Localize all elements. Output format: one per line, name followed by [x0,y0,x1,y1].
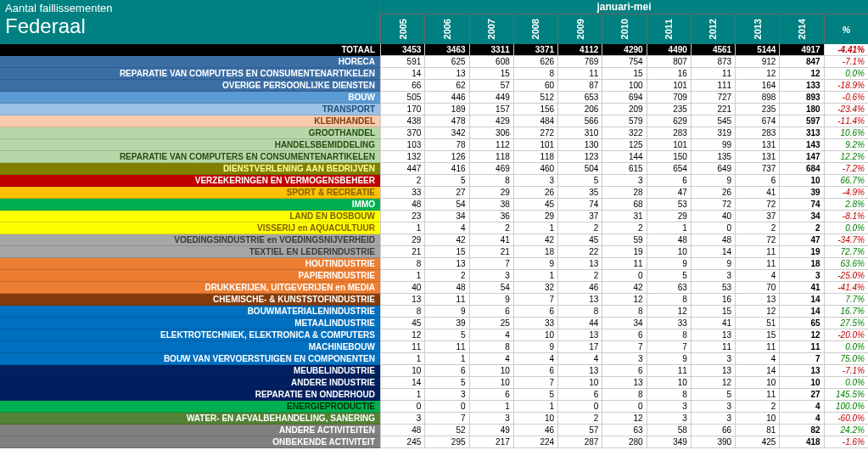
data-cell: 70 [735,282,779,294]
data-cell: 1 [513,401,557,413]
table-row: BOUW VAN VERVOERSTUIGEN EN COMPONENTEN11… [0,353,868,365]
year-header: 2008 [513,14,557,44]
year-header: 2009 [557,14,602,44]
data-cell: 13 [691,365,735,377]
row-cells: 81379131199111863.6% [380,258,868,270]
data-cell: 11 [735,258,779,270]
data-cell: 101 [647,80,691,92]
data-cell: 8 [602,389,646,401]
data-cell: 48 [380,199,424,211]
data-cell: 25 [469,318,513,329]
row-label: HANDELSBEMIDDELING [0,139,380,151]
data-cell: 4 [779,413,823,425]
pct-cell: 2.8% [824,199,868,211]
data-cell: 449 [469,92,513,104]
data-cell: 10 [513,413,557,425]
data-cell: 2 [469,222,513,234]
pct-cell: 0.0% [824,377,868,389]
data-cell: 1 [380,270,424,282]
data-cell: 4917 [779,44,823,56]
row-label: ELEKTROTECHNIEK, ELEKTRONICA & COMPUTERS [0,329,380,341]
pct-cell: 27.5% [824,318,868,329]
data-cell: 847 [779,56,823,68]
year-header: 2012 [691,14,735,44]
table-row: ANDERE INDUSTRIE1451071013101210100.0% [0,377,868,389]
data-cell: 46 [513,425,557,436]
data-cell: 4290 [602,44,646,56]
data-cell: 48 [380,425,424,436]
pct-cell: -23.4% [824,104,868,115]
data-cell: 446 [424,92,468,104]
table-row: WATER- EN AFVALBEHANDELING, SANERING3731… [0,413,868,425]
data-cell: 2 [424,270,468,282]
data-cell: 287 [557,436,602,448]
data-cell: 566 [557,115,602,127]
data-cell: 41 [779,282,823,294]
data-cell: 66 [380,80,424,92]
data-cell: 87 [557,80,602,92]
data-cell: 33 [513,318,557,329]
data-cell: 737 [735,163,779,175]
data-cell: 8 [647,329,691,341]
data-cell: 0 [557,401,602,413]
data-cell: 14 [779,294,823,306]
data-cell: 37 [735,211,779,222]
data-cell: 26 [691,187,735,199]
data-cell: 81 [735,425,779,436]
data-cell: 3 [691,401,735,413]
data-cell: 11 [602,258,646,270]
data-cell: 11 [735,341,779,353]
data-cell: 898 [735,92,779,104]
data-cell: 39 [424,318,468,329]
data-cell: 10 [647,377,691,389]
data-cell: 41 [691,318,735,329]
data-cell: 13 [557,294,602,306]
data-cell: 8 [469,341,513,353]
data-cell: 135 [691,151,735,163]
data-cell: 10 [469,365,513,377]
data-cell: 3 [647,413,691,425]
data-cell: 7 [647,341,691,353]
data-cell: 72 [735,199,779,211]
data-cell: 74 [557,199,602,211]
data-cell: 63 [647,282,691,294]
data-cell: 39 [779,187,823,199]
data-cell: 6 [602,365,646,377]
data-cell: 8 [469,175,513,187]
data-cell: 72 [691,199,735,211]
data-cell: 9 [513,258,557,270]
data-cell: 4112 [557,44,602,56]
data-cell: 653 [557,92,602,104]
data-cell: 5 [424,377,468,389]
row-label: SPORT & RECREATIE [0,187,380,199]
table-row: ENERGIEPRODUCTIE0011003324100.0% [0,401,868,413]
data-cell: 47 [647,187,691,199]
data-cell: 629 [647,115,691,127]
data-cell: 29 [380,234,424,246]
data-cell: 101 [647,139,691,151]
data-cell: 33 [380,187,424,199]
data-cell: 4 [469,353,513,365]
data-cell: 29 [647,211,691,222]
data-cell: 78 [424,139,468,151]
data-cell: 283 [735,127,779,139]
data-cell: 5144 [735,44,779,56]
data-cell: 45 [557,234,602,246]
data-cell: 4 [469,329,513,341]
data-cell: 54 [424,199,468,211]
pct-cell: 16.7% [824,306,868,318]
data-cell: 133 [779,80,823,92]
row-label: DRUKKERIJEN, UITGEVERIJEN en MEDIA [0,282,380,294]
row-label: ONBEKENDE ACTIVITEIT [0,436,380,448]
data-cell: 34 [602,318,646,329]
data-cell: 1 [380,353,424,365]
pct-cell: -7.1% [824,56,868,68]
data-cell: 10 [647,246,691,258]
data-cell: 66 [691,425,735,436]
row-label: LAND EN BOSBOUW [0,211,380,222]
data-cell: 15 [735,329,779,341]
data-cell: 11 [779,341,823,353]
data-cell: 3 [513,175,557,187]
row-cells: 131197131281613147.7% [380,294,868,306]
row-label: HORECA [0,56,380,68]
